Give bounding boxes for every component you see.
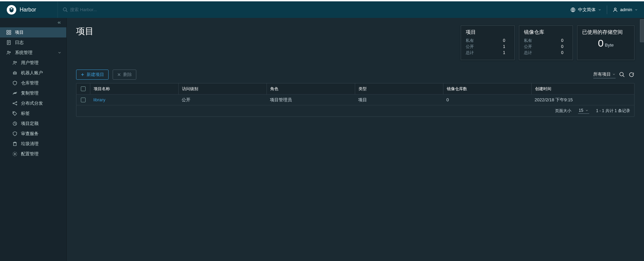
stat-value: 1: [503, 50, 510, 56]
sidebar-item-label: 用户管理: [21, 60, 39, 66]
user-menu[interactable]: admin: [613, 7, 638, 12]
column-header[interactable]: 类型: [355, 83, 443, 94]
cell-repo-count: 0: [443, 97, 531, 102]
app-header: Harbor 中文简体 admin: [0, 1, 644, 18]
sidebar-item-label: 日志: [15, 40, 24, 46]
side-handle[interactable]: [640, 19, 644, 42]
sidebar-item-logs[interactable]: 日志: [0, 37, 66, 48]
stat-label: 公开: [524, 44, 532, 50]
svg-point-17: [14, 73, 15, 74]
sidebar-item-label: 分布式分发: [21, 100, 43, 106]
harbor-logo-icon: [7, 5, 16, 15]
select-all-checkbox[interactable]: [81, 86, 86, 91]
new-project-button[interactable]: 新建项目: [76, 70, 109, 80]
stat-label: 私有: [466, 37, 474, 44]
sidebar-item-label: 审查服务: [21, 131, 39, 137]
stat-label: 总计: [524, 50, 532, 56]
column-header[interactable]: 项目名称: [90, 83, 178, 94]
sidebar-item-label: 标签: [21, 110, 30, 116]
quota-icon: [12, 121, 18, 126]
svg-point-3: [614, 8, 616, 9]
global-search[interactable]: [58, 1, 570, 18]
delete-button[interactable]: 删除: [113, 70, 136, 80]
projects-table: 项目名称 访问级别 角色 类型 镜像仓库数 创建时间 library 公开 项目…: [76, 83, 635, 117]
project-filter-select[interactable]: 所有项目: [593, 71, 616, 78]
refresh-icon[interactable]: [628, 72, 635, 78]
tag-icon: [12, 111, 18, 116]
column-header[interactable]: 访问级别: [178, 83, 267, 94]
search-icon: [63, 7, 68, 12]
sidebar-item-configuration[interactable]: 配置管理: [0, 149, 66, 159]
sidebar-item-distributions[interactable]: 分布式分发: [0, 98, 66, 108]
svg-point-15: [16, 61, 17, 62]
page-size-select[interactable]: 15: [578, 108, 589, 114]
card-projects: 项目 私有0 公开1 总计1: [461, 25, 515, 60]
column-header[interactable]: 创建时间: [531, 83, 634, 94]
user-label: admin: [620, 7, 632, 12]
sidebar-item-quotas[interactable]: 项目定额: [0, 119, 66, 129]
page-size-label: 页面大小: [555, 108, 571, 114]
sidebar-item-interrogation[interactable]: 审查服务: [0, 129, 66, 139]
user-icon: [613, 7, 618, 12]
sidebar-item-labels[interactable]: 标签: [0, 108, 66, 119]
stat-value: 0: [561, 37, 568, 44]
sidebar-item-projects[interactable]: 项目: [0, 27, 66, 37]
card-repositories: 镜像仓库 私有0 公开0 总计0: [519, 25, 573, 60]
close-icon: [117, 73, 121, 77]
stat-value: 0: [561, 50, 568, 56]
chevron-double-left-icon: [57, 20, 62, 25]
pagination-summary: 1 - 1 共计 1 条记录: [596, 108, 630, 114]
sidebar-item-replications[interactable]: 复制管理: [0, 88, 66, 98]
brand[interactable]: Harbor: [0, 5, 58, 15]
svg-rect-5: [9, 30, 11, 32]
svg-point-20: [13, 103, 14, 104]
svg-point-13: [9, 52, 10, 53]
sidebar-item-label: 复制管理: [21, 90, 39, 96]
stat-value: 0: [561, 44, 568, 50]
svg-point-18: [15, 73, 16, 74]
stat-label: 私有: [524, 37, 532, 44]
card-title: 镜像仓库: [524, 29, 568, 35]
button-label: 新建项目: [87, 72, 104, 78]
card-title: 项目: [466, 29, 510, 35]
sidebar-item-robot-accounts[interactable]: 机器人账户: [0, 68, 66, 78]
chevron-down-icon: [58, 51, 62, 55]
robot-icon: [12, 70, 18, 76]
chevron-down-icon: [635, 8, 638, 11]
project-name-link[interactable]: library: [93, 97, 105, 102]
sidebar-item-label: 项目: [15, 29, 24, 35]
registry-icon: [12, 80, 18, 86]
row-checkbox[interactable]: [81, 98, 86, 102]
svg-line-23: [14, 102, 16, 103]
sidebar-collapse-toggle[interactable]: [0, 18, 66, 27]
column-header[interactable]: 角色: [267, 83, 355, 94]
sidebar-item-gc[interactable]: 垃圾清理: [0, 139, 66, 149]
search-icon[interactable]: [619, 72, 625, 78]
sidebar-item-users[interactable]: 用户管理: [0, 58, 66, 68]
column-header[interactable]: 镜像仓库数: [443, 83, 531, 94]
stat-cards: 项目 私有0 公开1 总计1 镜像仓库 私有0 公开0 总计0 已使用的存储空间…: [461, 25, 635, 60]
storage-value: 0: [598, 37, 604, 49]
cell-type: 项目: [355, 97, 443, 103]
filter-label: 所有项目: [593, 71, 611, 77]
svg-line-34: [623, 75, 624, 77]
plus-icon: [80, 73, 85, 77]
language-picker[interactable]: 中文简体: [570, 7, 601, 13]
sidebar-item-label: 垃圾清理: [21, 141, 39, 147]
table-header: 项目名称 访问级别 角色 类型 镜像仓库数 创建时间: [76, 83, 634, 94]
stat-value: 0: [503, 37, 510, 44]
main-content: 项目 项目 私有0 公开1 总计1 镜像仓库 私有0 公开0 总计0 已使用的存…: [67, 18, 644, 261]
sidebar-item-administration[interactable]: 系统管理: [0, 48, 66, 58]
page-title: 项目: [76, 25, 94, 37]
table-row[interactable]: library 公开 项目管理员 项目 0 2022/2/18 下午9:15: [76, 94, 634, 105]
search-input[interactable]: [70, 7, 171, 12]
replication-icon: [12, 90, 18, 96]
trash-icon: [12, 141, 18, 147]
svg-rect-4: [7, 30, 8, 32]
projects-icon: [6, 30, 12, 35]
stat-value: 1: [503, 44, 510, 50]
cell-access: 公开: [178, 97, 267, 103]
table-footer: 页面大小 15 1 - 1 共计 1 条记录: [76, 105, 634, 116]
sidebar-item-registries[interactable]: 仓库管理: [0, 78, 66, 88]
page-size-value: 15: [579, 108, 583, 113]
